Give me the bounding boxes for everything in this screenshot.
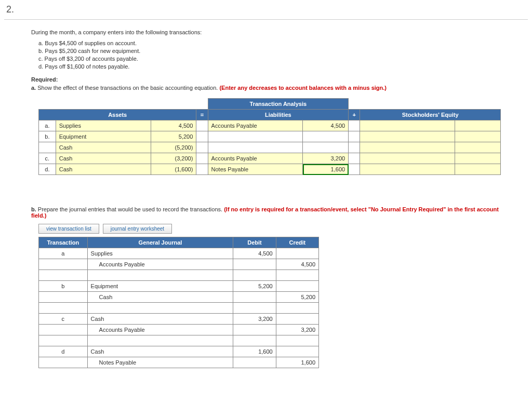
table-row: Notes Payable1,600 (39, 357, 319, 368)
journal-credit-cell[interactable] (276, 346, 318, 357)
journal-account-cell[interactable]: Cash (87, 292, 233, 303)
journal-credit-cell[interactable] (276, 270, 318, 281)
liability-account-cell[interactable]: Accounts Payable (208, 153, 303, 164)
journal-debit-cell[interactable]: 5,200 (233, 281, 276, 292)
transaction-list: a. Buys $4,500 of supplies on account. b… (38, 39, 501, 70)
journal-table: Transaction General Journal Debit Credit… (38, 237, 319, 368)
equity-account-cell[interactable] (360, 131, 455, 142)
journal-debit-cell[interactable]: 1,600 (233, 346, 276, 357)
journal-credit-cell[interactable]: 1,600 (276, 357, 318, 368)
journal-debit-cell[interactable] (233, 270, 276, 281)
journal-txn-cell (39, 292, 88, 303)
journal-debit-cell[interactable] (233, 259, 276, 270)
row-letter: c. (39, 153, 56, 164)
requirement-b: b. Prepare the journal entries that woul… (31, 206, 501, 219)
journal-credit-cell[interactable]: 4,500 (276, 259, 318, 270)
equity-amount-cell[interactable] (455, 142, 501, 153)
table-row: bEquipment5,200 (39, 281, 319, 292)
journal-debit-cell[interactable] (233, 357, 276, 368)
asset-amount-cell[interactable]: (1,600) (151, 164, 196, 175)
journal-debit-cell[interactable] (233, 303, 276, 314)
journal-debit-cell[interactable]: 4,500 (233, 248, 276, 259)
liability-account-cell[interactable] (208, 142, 303, 153)
spacer (196, 120, 208, 131)
journal-debit-cell[interactable] (233, 335, 276, 346)
liability-account-cell[interactable] (208, 131, 303, 142)
journal-credit-cell[interactable] (276, 314, 318, 325)
tab-view-transaction-list[interactable]: view transaction list (38, 224, 99, 234)
asset-account-cell[interactable]: Supplies (56, 120, 151, 131)
spacer (196, 131, 208, 142)
asset-amount-cell[interactable]: 4,500 (151, 120, 196, 131)
journal-credit-cell[interactable]: 3,200 (276, 325, 318, 335)
asset-account-cell[interactable]: Cash (56, 142, 151, 153)
equity-account-cell[interactable] (360, 120, 455, 131)
equity-account-cell[interactable] (360, 164, 455, 175)
asset-amount-cell[interactable]: 5,200 (151, 131, 196, 142)
journal-txn-cell (39, 259, 88, 270)
asset-account-cell[interactable]: Cash (56, 164, 151, 175)
journal-credit-cell[interactable] (276, 335, 318, 346)
col-transaction: Transaction (39, 237, 88, 248)
asset-amount-cell[interactable]: (3,200) (151, 153, 196, 164)
journal-account-cell[interactable]: Accounts Payable (87, 259, 233, 270)
tab-journal-entry-worksheet[interactable]: journal entry worksheet (103, 224, 172, 234)
asset-amount-cell[interactable]: (5,200) (151, 142, 196, 153)
journal-txn-cell (39, 325, 88, 335)
journal-account-cell[interactable]: Cash (87, 314, 233, 325)
journal-credit-cell[interactable] (276, 281, 318, 292)
page-number: 2. (0, 0, 532, 19)
analysis-title: Transaction Analysis (208, 99, 349, 110)
req-a-text: Show the effect of these transactions on… (37, 85, 219, 91)
journal-account-cell[interactable] (87, 335, 233, 346)
requirement-a: a. Show the effect of these transactions… (31, 85, 501, 91)
journal-credit-cell[interactable]: 5,200 (276, 292, 318, 303)
spacer (349, 142, 360, 153)
equity-account-cell[interactable] (360, 153, 455, 164)
journal-account-cell[interactable] (87, 303, 233, 314)
equity-amount-cell[interactable] (455, 164, 501, 175)
table-row: d.Cash(1,600)Notes Payable1,600 (39, 164, 501, 175)
journal-txn-cell (39, 303, 88, 314)
journal-credit-cell[interactable] (276, 303, 318, 314)
journal-account-cell[interactable] (87, 270, 233, 281)
liability-amount-cell[interactable]: 4,500 (303, 120, 349, 131)
tab-row: view transaction list journal entry work… (38, 224, 501, 234)
table-row (39, 335, 319, 346)
list-item: c. Pays off $3,200 of accounts payable. (38, 55, 501, 63)
journal-txn-cell: b (39, 281, 88, 292)
table-row: a.Supplies4,500Accounts Payable4,500 (39, 120, 501, 131)
row-letter: d. (39, 164, 56, 175)
col-plus: + (349, 110, 360, 120)
journal-debit-cell[interactable]: 3,200 (233, 314, 276, 325)
equity-amount-cell[interactable] (455, 120, 501, 131)
spacer (349, 153, 360, 164)
journal-account-cell[interactable]: Equipment (87, 281, 233, 292)
asset-account-cell[interactable]: Cash (56, 153, 151, 164)
journal-account-cell[interactable]: Notes Payable (87, 357, 233, 368)
journal-credit-cell[interactable] (276, 248, 318, 259)
journal-debit-cell[interactable] (233, 325, 276, 335)
liability-amount-cell[interactable] (303, 131, 349, 142)
col-stockholders-equity: Stockholders' Equity (360, 110, 501, 120)
table-row: b.Equipment5,200 (39, 131, 501, 142)
liability-account-cell[interactable]: Notes Payable (208, 164, 303, 175)
journal-account-cell[interactable]: Supplies (87, 248, 233, 259)
liability-amount-cell[interactable] (303, 142, 349, 153)
journal-account-cell[interactable]: Accounts Payable (87, 325, 233, 335)
equity-account-cell[interactable] (360, 142, 455, 153)
col-assets: Assets (39, 110, 196, 120)
journal-txn-cell: c (39, 314, 88, 325)
liability-account-cell[interactable]: Accounts Payable (208, 120, 303, 131)
liability-amount-cell[interactable]: 1,600 (303, 164, 349, 175)
row-letter: a. (39, 120, 56, 131)
journal-txn-cell: d (39, 346, 88, 357)
journal-txn-cell (39, 335, 88, 346)
equity-amount-cell[interactable] (455, 131, 501, 142)
equity-amount-cell[interactable] (455, 153, 501, 164)
liability-amount-cell[interactable]: 3,200 (303, 153, 349, 164)
req-b-prefix: b. (31, 206, 36, 212)
journal-debit-cell[interactable] (233, 292, 276, 303)
asset-account-cell[interactable]: Equipment (56, 131, 151, 142)
journal-account-cell[interactable]: Cash (87, 346, 233, 357)
